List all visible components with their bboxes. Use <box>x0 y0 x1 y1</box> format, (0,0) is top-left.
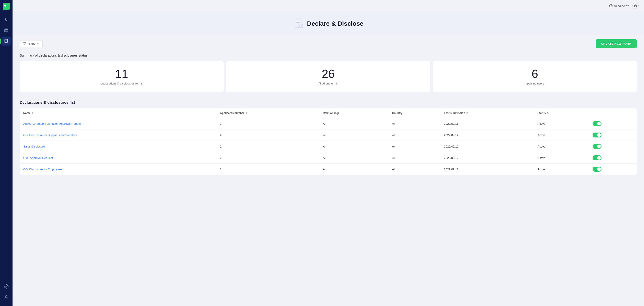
row-name-link-3[interactable]: GTE Approval Request <box>23 156 53 160</box>
row-toggle-cell-3 <box>589 152 637 164</box>
power-icon <box>634 4 637 8</box>
row-relationship-2: All <box>319 141 388 152</box>
row-name-link-0[interactable]: ABAC_Charitable Donation Approval Reques… <box>23 122 82 126</box>
row-submission-4: 2022/09/12 <box>440 164 534 175</box>
sidebar-logo[interactable]: S <box>3 3 10 10</box>
col-header-relationship: Relationship <box>319 108 388 118</box>
row-submission-0: 2022/09/16 <box>440 118 534 130</box>
col-header-toggle <box>589 108 637 118</box>
need-help-label: Need help? <box>614 4 629 8</box>
sidebar-item-list[interactable] <box>2 26 11 35</box>
row-country-4: All <box>388 164 440 175</box>
row-applicants-3: 2 <box>216 152 319 164</box>
row-submission-1: 2022/09/12 <box>440 130 534 141</box>
col-header-last-submission: Last submission <box>440 108 534 118</box>
stat-label-users: applying users <box>526 82 544 85</box>
col-header-status: Status <box>534 108 589 118</box>
row-toggle-0[interactable] <box>592 121 602 126</box>
row-status-2: Active <box>534 141 589 152</box>
row-applicants-0: 1 <box>216 118 319 130</box>
stat-card-filled: 26 filled out forms <box>226 61 430 92</box>
col-sort-status[interactable]: Status <box>538 112 549 115</box>
stat-card-declarations: 11 declarations & disclosures forms <box>20 61 224 92</box>
chevron-down-icon <box>37 42 39 45</box>
row-toggle-cell-0 <box>589 118 637 130</box>
stat-card-users: 6 applying users <box>433 61 637 92</box>
filter-icon <box>23 42 26 45</box>
svg-point-10 <box>6 296 7 297</box>
row-submission-2: 2022/09/12 <box>440 141 534 152</box>
filter-button[interactable]: Filters <box>20 40 43 47</box>
col-header-name: Name <box>20 108 216 118</box>
row-submission-3: 2022/09/12 <box>440 152 534 164</box>
filter-label: Filters <box>28 42 35 45</box>
stat-label-filled: filled out forms <box>319 82 338 85</box>
summary-title: Summary of declarations & disclosures st… <box>20 54 637 57</box>
row-toggle-4[interactable] <box>592 167 602 172</box>
sidebar-item-user[interactable] <box>2 292 11 302</box>
col-sort-name[interactable]: Name <box>23 112 34 115</box>
stats-grid: 11 declarations & disclosures forms 26 f… <box>20 61 637 92</box>
row-toggle-1[interactable] <box>592 132 602 138</box>
sidebar-item-settings[interactable] <box>2 282 11 291</box>
row-toggle-cell-1 <box>589 130 637 141</box>
row-name-4: COI Disclosure for Employees <box>20 164 216 175</box>
row-status-3: Active <box>534 152 589 164</box>
declarations-table: Name Applicants number Relationshi <box>20 108 637 175</box>
row-name-1: COI Disclosure for Suppliers and Vendors <box>20 130 216 141</box>
sort-icon-applicants <box>245 112 248 114</box>
sort-icon-name <box>32 112 34 114</box>
create-new-form-button[interactable]: CREATE NEW FORM <box>596 39 637 48</box>
row-name-2: Sales Disclosure <box>20 141 216 152</box>
row-applicants-1: 2 <box>216 130 319 141</box>
table-row: ABAC_Charitable Donation Approval Reques… <box>20 118 637 130</box>
col-header-applicants: Applicants number <box>216 108 319 118</box>
row-name-link-4[interactable]: COI Disclosure for Employees <box>23 168 62 171</box>
col-sort-last-submission[interactable]: Last submission <box>444 112 468 115</box>
row-relationship-0: All <box>319 118 388 130</box>
stat-label-declarations: declarations & disclosures forms <box>100 82 142 85</box>
row-toggle-cell-2 <box>589 141 637 152</box>
row-applicants-2: 2 <box>216 141 319 152</box>
svg-point-9 <box>6 286 7 287</box>
row-country-0: All <box>388 118 440 130</box>
col-header-country: Country <box>388 108 440 118</box>
page-header: Declare & Disclose <box>12 12 644 35</box>
list-title: Declarations & disclosures list <box>20 100 637 105</box>
row-relationship-3: All <box>319 152 388 164</box>
svg-rect-2 <box>5 29 8 30</box>
sidebar-item-declare[interactable] <box>2 37 11 46</box>
svg-rect-3 <box>5 30 8 30</box>
row-status-0: Active <box>534 118 589 130</box>
list-section: Declarations & disclosures list Name <box>20 100 637 175</box>
row-name-link-2[interactable]: Sales Disclosure <box>23 145 45 148</box>
row-toggle-cell-4 <box>589 164 637 175</box>
table-row: Sales Disclosure 2 All All 2022/09/12 Ac… <box>20 141 637 152</box>
row-country-2: All <box>388 141 440 152</box>
power-button[interactable] <box>632 3 639 9</box>
col-sort-applicants[interactable]: Applicants number <box>220 112 248 115</box>
row-country-3: All <box>388 152 440 164</box>
content-area: Filters CREATE NEW FORM Summary of decla… <box>12 35 644 306</box>
sidebar: S <box>0 0 12 306</box>
svg-marker-21 <box>23 42 26 45</box>
row-country-1: All <box>388 130 440 141</box>
help-icon <box>609 4 613 8</box>
row-toggle-2[interactable] <box>592 144 602 149</box>
row-relationship-1: All <box>319 130 388 141</box>
need-help-link[interactable]: Need help? <box>609 4 629 8</box>
svg-rect-4 <box>5 31 8 32</box>
svg-point-1 <box>5 18 7 20</box>
row-status-4: Active <box>534 164 589 175</box>
row-name-link-1[interactable]: COI Disclosure for Suppliers and Vendors <box>23 134 77 137</box>
sidebar-nav <box>2 15 11 282</box>
stat-number-filled: 26 <box>322 68 335 80</box>
sidebar-item-inbox[interactable] <box>2 15 11 24</box>
stat-number-users: 6 <box>532 68 538 80</box>
table-row: COI Disclosure for Employees 2 All All 2… <box>20 164 637 175</box>
row-toggle-3[interactable] <box>592 155 602 160</box>
sort-icon-submission <box>466 112 468 114</box>
table-row: GTE Approval Request 2 All All 2022/09/1… <box>20 152 637 164</box>
filter-bar: Filters CREATE NEW FORM <box>20 39 637 48</box>
page-title: Declare & Disclose <box>307 20 363 27</box>
